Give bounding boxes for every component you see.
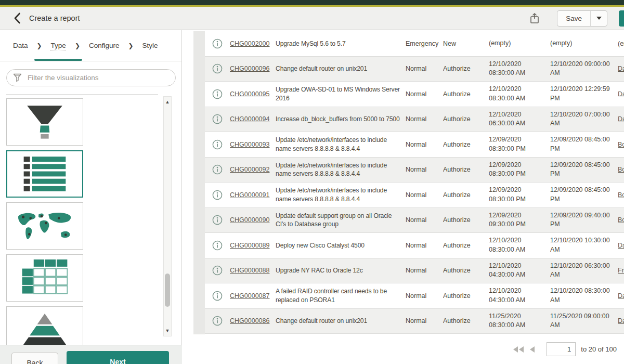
row-start-date-cell: 12/10/2020 08:30:00 AM: [489, 236, 550, 254]
page-title: Create a report: [29, 14, 80, 22]
row-number-cell: CHG0000089: [230, 242, 276, 249]
pagination-first-page-button[interactable]: [513, 346, 524, 353]
row-assigned-to-cell: Dav: [618, 90, 624, 98]
row-description-cell: Update /etc/network/interfaces to includ…: [276, 161, 406, 178]
info-icon[interactable]: [212, 291, 223, 301]
assigned-to-link[interactable]: Bow: [618, 216, 624, 224]
change-number-link[interactable]: CHG0000092: [230, 166, 269, 173]
change-number-link[interactable]: CHG0000095: [230, 90, 269, 98]
change-number-link[interactable]: CHG0000089: [230, 242, 269, 249]
row-info-cell: [205, 89, 230, 99]
info-icon[interactable]: [212, 164, 223, 175]
row-assigned-to-cell: Fre: [618, 267, 624, 274]
map-chart-icon: [13, 210, 76, 243]
assigned-to-link[interactable]: Bow: [618, 141, 624, 148]
info-icon[interactable]: [212, 139, 223, 150]
info-icon[interactable]: [212, 38, 223, 49]
back-step-button[interactable]: Back: [11, 353, 58, 364]
visualization-type-list: [6, 94, 158, 345]
row-priority-cell: Normal: [406, 115, 443, 123]
wizard-step-configure[interactable]: Configure: [89, 30, 120, 61]
save-dropdown-button[interactable]: [591, 11, 607, 26]
row-assigned-to-cell: Bow: [618, 191, 624, 199]
step-chevron-icon: ❯: [75, 42, 80, 49]
change-request-table: CHG0002000Upgrade MySql 5.6 to 5.7Emerge…: [205, 31, 624, 334]
change-number-link[interactable]: CHG0000096: [230, 65, 269, 72]
row-end-date-cell: 12/09/2020 08:45:00 PM: [550, 186, 618, 204]
viz-thumbnail-grid-table[interactable]: [6, 254, 83, 302]
row-description-cell: Upgrade MySql 5.6 to 5.7: [276, 40, 406, 48]
row-description-cell: Upgrade NY RAC to Oracle 12c: [276, 266, 406, 275]
funnel-chart-icon: [16, 103, 73, 141]
viz-thumbnail-funnel[interactable]: [6, 98, 83, 146]
assigned-to-link[interactable]: Dav: [618, 317, 624, 324]
change-number-link[interactable]: CHG0000093: [230, 141, 269, 148]
back-button[interactable]: [10, 11, 24, 25]
wizard-step-type[interactable]: Type: [51, 30, 66, 61]
assigned-to-link[interactable]: Dav: [618, 90, 624, 98]
row-start-date-cell: 12/10/2020 04:30:00 AM: [489, 287, 550, 305]
row-priority-cell: Normal: [406, 267, 443, 274]
change-number-link[interactable]: CHG0000087: [230, 292, 269, 300]
info-icon[interactable]: [212, 89, 223, 99]
cut-off-primary-button[interactable]: [619, 10, 624, 27]
change-number-link[interactable]: CHG0000088: [230, 267, 269, 274]
row-number-cell: CHG0000087: [230, 292, 276, 300]
change-number-link[interactable]: CHG0000094: [230, 115, 269, 123]
row-end-date-cell: 12/10/2020 09:00:00 AM: [550, 60, 618, 78]
assigned-to-link[interactable]: Bow: [618, 166, 624, 173]
row-description-cell: Increase db_block_buffers from 5000 to 7…: [276, 115, 406, 123]
viz-thumbnail-pyramid[interactable]: [6, 306, 83, 345]
info-icon[interactable]: [212, 63, 223, 74]
row-priority-cell: Normal: [406, 216, 443, 224]
wizard-step-data[interactable]: Data: [13, 30, 28, 61]
row-state-cell: Authorize: [443, 292, 489, 300]
change-number-link[interactable]: CHG0000090: [230, 216, 269, 224]
row-info-cell: [205, 164, 230, 175]
scrollbar-down-icon[interactable]: ▼: [164, 327, 171, 335]
assigned-to-link[interactable]: Fre: [618, 267, 624, 274]
info-icon[interactable]: [212, 240, 223, 251]
assigned-to-link[interactable]: Bow: [618, 191, 624, 199]
scrollbar-up-icon[interactable]: ▲: [164, 98, 171, 106]
viz-thumbnail-map[interactable]: [6, 202, 83, 250]
row-end-date-cell: 12/10/2020 10:30:00 AM: [550, 236, 618, 254]
table-row: CHG0000096Change default router on unix2…: [205, 57, 624, 82]
row-state-cell: Authorize: [443, 166, 489, 173]
scrollbar-thumb[interactable]: [165, 274, 170, 307]
assigned-to-link[interactable]: Dav: [618, 242, 624, 249]
assigned-to-link[interactable]: Dav: [618, 115, 624, 123]
row-start-date-cell: 12/10/2020 08:30:00 AM: [489, 85, 550, 103]
row-priority-cell: Normal: [406, 65, 443, 72]
sidebar-scrollbar[interactable]: ▲ ▼: [163, 96, 172, 336]
change-number-link[interactable]: CHG0000091: [230, 191, 269, 199]
row-info-cell: [205, 190, 230, 200]
table-row: CHG0000090Update default support group o…: [205, 208, 624, 233]
row-state-cell: Authorize: [443, 242, 489, 249]
page-number-input[interactable]: [547, 342, 576, 356]
table-row: CHG0000088Upgrade NY RAC to Oracle 12cNo…: [205, 258, 624, 284]
assigned-to-link[interactable]: Dav: [618, 292, 624, 300]
change-number-link[interactable]: CHG0000086: [230, 317, 269, 324]
save-button[interactable]: Save: [557, 11, 591, 26]
row-info-cell: [205, 291, 230, 301]
viz-thumbnail-list[interactable]: [6, 150, 83, 198]
row-state-cell: Authorize: [443, 216, 489, 224]
row-priority-cell: Normal: [406, 292, 443, 300]
row-start-date-cell: 12/10/2020 08:30:00 AM: [489, 60, 550, 78]
info-icon[interactable]: [212, 190, 223, 200]
wizard-step-style[interactable]: Style: [142, 30, 158, 61]
pagination-previous-button[interactable]: [529, 346, 535, 353]
assigned-to-link[interactable]: Dav: [618, 65, 624, 72]
change-number-link[interactable]: CHG0002000: [230, 40, 269, 47]
row-end-date-cell: 12/09/2020 09:40:00 PM: [550, 211, 618, 229]
next-step-button[interactable]: Next: [67, 351, 169, 364]
info-icon[interactable]: [212, 265, 223, 276]
row-description-cell: Change default router on unix201: [276, 64, 406, 73]
info-icon[interactable]: [212, 114, 223, 124]
filter-visualizations-input[interactable]: [6, 69, 176, 86]
row-number-cell: CHG0000096: [230, 65, 276, 72]
info-icon[interactable]: [212, 215, 223, 225]
share-button[interactable]: [527, 10, 542, 26]
info-icon[interactable]: [212, 316, 223, 326]
